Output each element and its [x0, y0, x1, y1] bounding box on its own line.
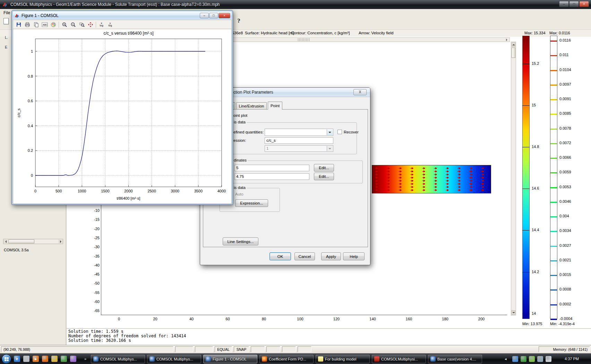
cc-s-line-chart: 0500100015002000250030003500400000.20.40…	[13, 29, 231, 203]
svg-text:500: 500	[55, 189, 62, 193]
tab-line-extrusion[interactable]: Line/Extrusion	[236, 102, 267, 110]
help-button[interactable]: Help	[343, 252, 365, 260]
svg-text:1500: 1500	[101, 189, 109, 193]
contour-level-tick	[550, 70, 557, 71]
taskbar-task-5[interactable]: For building model	[316, 355, 370, 363]
taskbar-task-7[interactable]: Base case(version 4....	[428, 355, 482, 363]
left-panel-hscrollbar[interactable]	[3, 239, 63, 244]
contour-level-tick	[550, 216, 557, 217]
predefined-quantities-select[interactable]	[265, 129, 333, 136]
main-y-tick-label: -60	[85, 300, 100, 304]
surface-legend-label: Surface: Hydraulic head [m]	[245, 31, 294, 35]
auto-label: Auto	[235, 192, 243, 196]
contour-min-label: Min: -4.319e-4	[550, 322, 575, 326]
contour-colorbar-tick-label: 0.0078	[559, 126, 571, 130]
antivirus-tray-icon[interactable]	[521, 356, 526, 362]
scroll-up-arrow-icon[interactable]	[512, 42, 515, 47]
messenger-tray-icon[interactable]	[512, 356, 518, 362]
taskbar-task-3[interactable]: Figure 1 - COMSOL	[203, 355, 257, 363]
colorbar-tick	[522, 64, 530, 64]
apply-button[interactable]: Apply	[321, 252, 341, 260]
start-button[interactable]	[2, 354, 11, 364]
help-icon[interactable]: ?	[237, 17, 240, 24]
scrollbar-thumb[interactable]	[8, 240, 34, 243]
tree-item-fragment-1[interactable]: L.	[5, 35, 8, 40]
canvas-vscrollbar[interactable]	[511, 42, 516, 315]
figure-minimize-button[interactable]: –	[200, 13, 209, 18]
messenger-icon[interactable]	[61, 356, 67, 362]
main-minimize-button[interactable]: –	[559, 1, 569, 7]
photo-icon[interactable]	[70, 356, 76, 362]
main-y-tick-label: -35	[85, 254, 100, 258]
contour-level-tick	[550, 55, 557, 56]
pan-icon[interactable]	[86, 21, 94, 28]
figure-close-button[interactable]: ×	[219, 13, 230, 18]
taskbar-task-6[interactable]: COMSOLMultiphysi...	[372, 355, 426, 363]
tab-point[interactable]: Point	[268, 102, 282, 110]
unit-value: 1	[266, 146, 268, 150]
copy-icon[interactable]	[32, 21, 40, 28]
color-palette-icon[interactable]	[49, 21, 57, 28]
edit-x-button[interactable]: Edit...	[314, 164, 334, 172]
taskbar-task-4[interactable]: Coefficient Form PD...	[259, 355, 314, 363]
cancel-button[interactable]: Cancel	[294, 252, 315, 260]
taskbar-task-1[interactable]: COMSOL Multiphys...	[91, 355, 145, 363]
task-label: COMSOL Multiphys...	[100, 357, 137, 361]
main-x-tick-label: 20	[147, 317, 164, 321]
zoom-box-icon[interactable]	[78, 21, 86, 28]
x-log-button[interactable]: x log	[97, 21, 105, 28]
menu-file[interactable]: File	[3, 10, 10, 15]
scroll-right-arrow-icon[interactable]	[506, 38, 509, 41]
coordinates-group-label: dinates	[233, 158, 248, 162]
figure-plot-area: 0500100015002000250030003500400000.20.40…	[13, 29, 232, 204]
show-desktop-icon[interactable]	[23, 356, 29, 362]
main-maximize-button[interactable]: □	[569, 1, 579, 7]
print-icon[interactable]	[23, 21, 31, 28]
taskbar-task-2[interactable]: COMSOL Multiphys...	[147, 355, 201, 363]
svg-text:c/c_s versus t/86400 [m²·s]: c/c_s versus t/86400 [m²·s]	[103, 31, 153, 36]
snap-mode-toggle[interactable]: SNAP	[234, 346, 249, 352]
line-settings-button[interactable]: Line Settings...	[223, 237, 258, 245]
comsol-icon	[206, 356, 211, 362]
display-tray-icon[interactable]	[529, 356, 535, 362]
chevron-down-icon[interactable]	[327, 129, 333, 135]
coordinate-x-input[interactable]: 5	[234, 165, 309, 171]
scroll-left-arrow-icon[interactable]	[3, 240, 8, 243]
figure-window: Figure 1 - COMSOL – □ × ABCx logy log 05…	[11, 10, 233, 205]
contour-level-tick	[550, 187, 557, 188]
ie-icon[interactable]: e	[14, 356, 20, 362]
comsol-version-label: COMSOL 3.5a	[4, 248, 29, 252]
expression-button[interactable]: Expression...	[235, 199, 268, 207]
main-close-button[interactable]: ×	[579, 1, 589, 7]
expression-input[interactable]: c/c_s	[265, 137, 333, 144]
zoom-out-icon[interactable]	[69, 21, 77, 28]
recover-checkbox[interactable]	[337, 130, 342, 134]
network-tray-icon[interactable]	[537, 356, 543, 362]
scroll-down-arrow-icon[interactable]	[512, 310, 515, 315]
edit-y-button[interactable]: Edit...	[314, 173, 334, 180]
tree-item-fragment-2[interactable]: E	[5, 45, 7, 49]
media-player-icon[interactable]: ▸	[33, 356, 39, 362]
scrollbar-grip[interactable]	[298, 38, 310, 41]
ok-button[interactable]: OK	[269, 252, 291, 260]
zoom-in-icon[interactable]	[60, 21, 68, 28]
text-abc-icon[interactable]: ABC	[41, 21, 49, 28]
coordinate-y-input[interactable]: 4.75	[234, 173, 309, 180]
save-icon[interactable]	[15, 21, 23, 28]
new-document-icon[interactable]	[3, 18, 9, 24]
dialog-close-button[interactable]: X	[353, 89, 367, 95]
quicklaunch-overflow-chevron[interactable]: »	[84, 357, 86, 361]
chevron-down-icon	[327, 146, 333, 151]
scrollbar-thumb[interactable]	[512, 47, 515, 58]
log-line: Number of degrees of freedom solved for:…	[68, 334, 591, 338]
scroll-right-arrow-icon[interactable]	[58, 240, 63, 243]
tray-chevron[interactable]: ◂	[505, 357, 507, 361]
y-log-button[interactable]: y log	[106, 21, 114, 28]
cursor-coordinates: (90.249, 76.988)	[1, 346, 173, 352]
figure-maximize-button[interactable]: □	[209, 13, 218, 18]
mail-icon[interactable]	[51, 356, 58, 362]
firefox-icon[interactable]	[42, 356, 48, 362]
volume-tray-icon[interactable]	[546, 356, 551, 362]
equal-mode-toggle[interactable]: EQUAL	[215, 346, 232, 352]
svg-text:2500: 2500	[147, 189, 156, 193]
